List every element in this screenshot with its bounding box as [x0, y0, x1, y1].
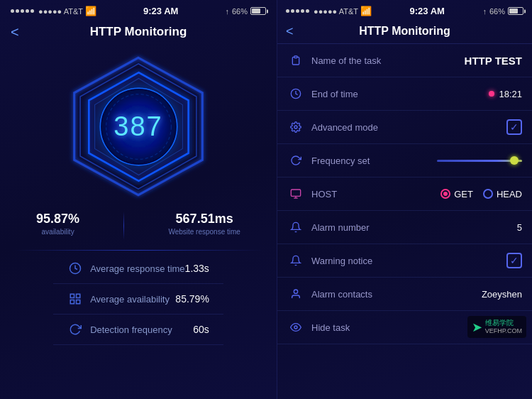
right-battery-area: ↑ 66% [482, 7, 523, 16]
watermark-line1: 维易学院 [485, 318, 522, 327]
field-frequency: Frequency set [277, 144, 532, 177]
rdot2 [291, 9, 294, 13]
field-alarm-number: Alarm number 5 [277, 211, 532, 244]
svg-rect-8 [77, 294, 80, 297]
rdot5 [306, 9, 309, 13]
right-wifi-icon: 📶 [360, 6, 372, 16]
right-signal-dots [286, 9, 309, 13]
warning-notice-checkbox[interactable]: ✓ [506, 253, 522, 268]
carrier-name: ●●●●● AT&T [38, 7, 83, 16]
end-of-time-label: End of time [311, 89, 489, 99]
left-panel: ●●●●● AT&T 📶 9:23 AM ↑ 66% < HTTP Monito… [0, 0, 277, 399]
field-advanced-mode: Advanced mode ✓ [277, 111, 532, 144]
left-status-bar: ●●●●● AT&T 📶 9:23 AM ↑ 66% [0, 0, 277, 22]
right-nav-title: HTTP Monitoring [359, 25, 450, 38]
end-of-time-value: 18:21 [499, 89, 522, 99]
signal-dots [11, 9, 34, 13]
left-signal: ●●●●● AT&T 📶 [11, 6, 96, 16]
battery-percent: 66% [232, 7, 248, 16]
time-icon [287, 85, 304, 102]
slider-thumb[interactable] [510, 156, 519, 165]
alarm-number-label: Alarm number [311, 222, 517, 233]
stat-response-value: 567.51ms [176, 212, 233, 226]
watermark: ➤ 维易学院 VEFHP.COM [467, 316, 526, 338]
gauge-container: 387 [57, 52, 220, 201]
gauge-value: 387 [113, 111, 162, 142]
field-end-of-time: End of time 18:21 [277, 77, 532, 111]
field-hide-task: Hide task ➤ 维易学院 VEFHP.COM [277, 311, 532, 344]
radio-head[interactable]: HEAD [483, 189, 522, 200]
dot1 [11, 9, 14, 13]
field-host: HOST GET HEAD [277, 177, 532, 211]
eye-icon [287, 319, 304, 336]
radio-head-circle[interactable] [483, 189, 493, 199]
dot5 [31, 9, 34, 13]
frequency-slider[interactable] [437, 160, 522, 162]
svg-rect-10 [77, 300, 80, 304]
stats-divider [123, 212, 124, 240]
alarm-number-value: 5 [517, 222, 522, 233]
right-battery-percent: 66% [489, 7, 505, 16]
stat-availability: 95.87% availability [36, 212, 79, 240]
right-carrier: ●●●●● AT&T [314, 7, 358, 16]
metric-icon-0 [67, 261, 83, 276]
svg-point-13 [294, 126, 297, 129]
stat-response: 567.51ms Website response time [168, 212, 240, 240]
radio-get-circle[interactable] [440, 189, 450, 199]
radio-get-label: GET [454, 189, 473, 200]
alarm-contacts-value: Zoeyshen [482, 289, 522, 300]
alarm-icon [287, 219, 304, 236]
svg-rect-7 [70, 294, 74, 297]
metric-row-0: Average response time 1.33s [53, 253, 223, 284]
stat-availability-value: 95.87% [36, 212, 79, 226]
end-of-time-value-group: 18:21 [489, 89, 522, 99]
metric-value-0: 1.33s [185, 263, 209, 274]
svg-rect-14 [291, 190, 300, 196]
right-back-button[interactable]: < [286, 24, 294, 39]
right-battery-icon [508, 7, 523, 15]
task-name-value: HTTP TEST [465, 55, 522, 67]
warning-icon [287, 252, 304, 269]
time-dot-indicator [489, 91, 494, 97]
radio-head-label: HEAD [497, 189, 522, 200]
left-nav-bar: < HTTP Monitoring [0, 22, 277, 45]
metric-label-1: Average availability [90, 294, 175, 305]
right-location-icon: ↑ [482, 7, 487, 16]
left-battery-area: ↑ 66% [225, 7, 266, 16]
metric-row-1: Average availability 85.79% [53, 284, 223, 315]
frequency-label: Frequency set [311, 155, 437, 166]
rdot1 [286, 9, 289, 13]
alarm-contacts-label: Alarm contacts [311, 289, 482, 300]
task-name-label: Name of the task [311, 55, 465, 66]
warning-notice-label: Warning notice [311, 256, 506, 266]
svg-rect-11 [294, 56, 297, 58]
svg-rect-9 [70, 300, 74, 304]
dot4 [26, 9, 29, 13]
host-radio-group: GET HEAD [440, 189, 522, 200]
metrics-area: Average response time 1.33s Average avai… [53, 253, 223, 399]
field-task-name: Name of the task HTTP TEST [277, 44, 532, 77]
contacts-icon [287, 285, 304, 302]
right-time: 9:23 AM [410, 6, 445, 16]
advanced-mode-checkbox[interactable]: ✓ [506, 119, 522, 135]
location-icon: ↑ [225, 7, 229, 16]
metric-icon-1 [67, 291, 83, 307]
task-icon [287, 52, 304, 69]
right-signal: ●●●●● AT&T 📶 [286, 6, 372, 16]
watermark-line2: VEFHP.COM [485, 327, 522, 336]
wifi-icon: 📶 [85, 6, 96, 16]
left-back-button[interactable]: < [11, 24, 19, 40]
stat-availability-label: availability [42, 228, 74, 236]
field-alarm-contacts: Alarm contacts Zoeyshen [277, 278, 532, 311]
watermark-arrow-icon: ➤ [472, 319, 482, 335]
frequency-icon [287, 152, 304, 169]
svg-point-17 [294, 290, 297, 293]
advanced-icon [287, 119, 304, 136]
radio-get[interactable]: GET [440, 189, 473, 200]
metric-label-0: Average response time [90, 263, 184, 274]
battery-icon [250, 7, 266, 15]
main-divider [14, 250, 263, 251]
rdot4 [301, 9, 304, 13]
dot2 [16, 9, 19, 13]
host-icon [287, 185, 304, 202]
